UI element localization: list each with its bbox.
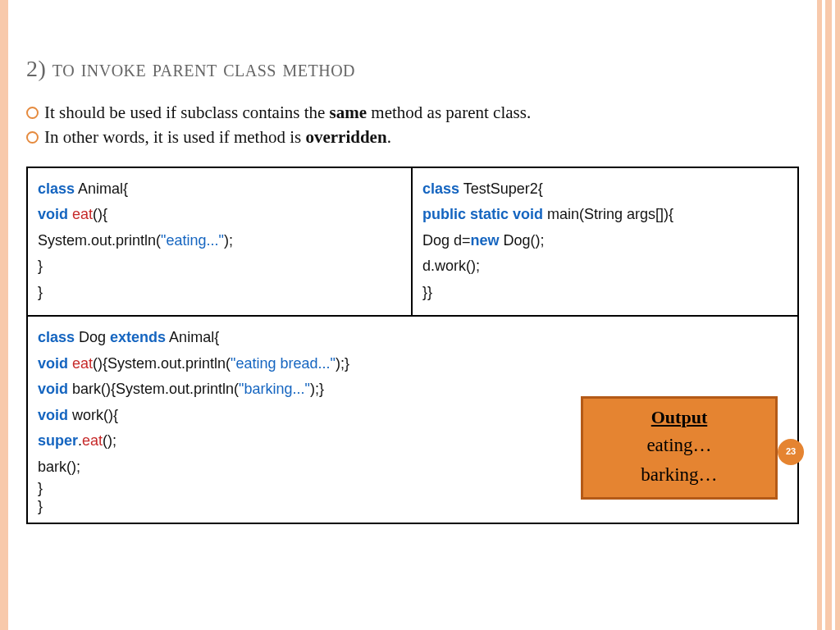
code-grid-top: class Animal{ void eat(){ System.out.pri… <box>26 167 799 317</box>
code-line: }} <box>422 280 788 306</box>
bullet-1-post: method as parent class. <box>367 103 531 122</box>
code-line: } <box>38 280 401 306</box>
slide-title: 2) to invoke parent class method <box>26 56 799 82</box>
code-line: Dog d=new Dog(); <box>422 228 788 254</box>
page-number-badge: 23 <box>778 439 804 465</box>
code-line: public static void main(String args[]){ <box>422 202 788 228</box>
title-number: 2) <box>26 56 46 81</box>
bullet-2-pre: In other words, it is used if method is <box>44 127 305 147</box>
page-number: 23 <box>786 444 796 459</box>
bullet-2-post: . <box>387 127 391 147</box>
output-line-1: eating… <box>590 432 769 458</box>
left-border-stripe <box>0 0 8 630</box>
code-line: d.work(); <box>422 253 788 280</box>
bullet-2-bold: overridden <box>305 127 386 147</box>
code-line: } <box>38 253 401 280</box>
code-line: void eat(){ <box>38 202 401 228</box>
output-label: Output <box>590 405 769 430</box>
code-box-dog: class Dog extends Animal{ void eat(){Sys… <box>26 317 799 523</box>
bullet-1-pre: It should be used if subclass contains t… <box>44 103 330 122</box>
code-line: class TestSuper2{ <box>422 176 788 203</box>
output-line-2: barking… <box>590 462 769 487</box>
code-line: class Dog extends Animal{ <box>38 325 788 351</box>
code-line: } <box>38 498 788 516</box>
bullet-1-bold: same <box>330 103 368 122</box>
code-box-animal: class Animal{ void eat(){ System.out.pri… <box>28 168 413 316</box>
code-line: void eat(){System.out.println("eating br… <box>38 351 788 377</box>
bullet-2: In other words, it is used if method is … <box>26 125 799 149</box>
right-border-stripe-inner <box>825 0 832 630</box>
output-box: Output eating… barking… <box>581 396 778 500</box>
code-box-testsuper: class TestSuper2{ public static void mai… <box>413 168 797 316</box>
bullet-list: It should be used if subclass contains t… <box>26 100 799 150</box>
slide-content: 2) to invoke parent class method It shou… <box>8 0 817 630</box>
code-line: System.out.println("eating..."); <box>38 228 401 254</box>
title-text: to invoke parent class method <box>46 56 355 81</box>
code-line: class Animal{ <box>38 176 401 203</box>
bullet-1: It should be used if subclass contains t… <box>26 100 799 125</box>
